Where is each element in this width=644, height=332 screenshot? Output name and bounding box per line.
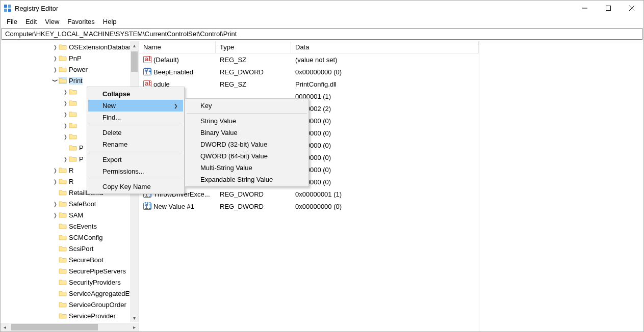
header-name[interactable]: Name <box>139 41 216 53</box>
ctx-delete[interactable]: Delete <box>88 127 183 139</box>
tree-item[interactable]: OSExtensionDatabase <box>1 41 139 52</box>
scroll-up-icon[interactable]: ▴ <box>130 41 139 50</box>
tree-chevron-icon[interactable] <box>51 54 59 62</box>
tree-chevron-icon[interactable] <box>51 167 59 174</box>
tree-chevron-icon[interactable] <box>62 133 69 140</box>
tree-chevron-icon[interactable] <box>51 77 59 84</box>
tree-chevron-icon[interactable] <box>51 43 59 50</box>
ctx-new-qword[interactable]: QWORD (64-bit) Value <box>186 150 307 162</box>
value-row[interactable]: BeepEnabledREG_DWORD0x00000000 (0) <box>139 66 479 78</box>
tree-item[interactable]: PnP <box>1 52 139 64</box>
tree-chevron-icon[interactable] <box>51 178 59 185</box>
close-button[interactable] <box>620 1 643 16</box>
ctx-collapse[interactable]: Collapse <box>88 88 183 100</box>
value-type: REG_DWORD <box>216 203 291 210</box>
minimize-button[interactable] <box>573 1 597 16</box>
tree-item[interactable]: SafeBoot <box>1 198 139 209</box>
ctx-permissions[interactable]: Permissions... <box>88 165 183 177</box>
values-header: Name Type Data <box>139 41 479 53</box>
folder-icon <box>59 234 67 241</box>
folder-icon <box>59 200 67 207</box>
ctx-new-string[interactable]: String Value <box>186 115 307 127</box>
ctx-new-dword[interactable]: DWORD (32-bit) Value <box>186 139 307 150</box>
ctx-copykeyname[interactable]: Copy Key Name <box>88 181 183 192</box>
value-data: PrintConfig.dll <box>291 80 479 88</box>
menu-favorites[interactable]: Favorites <box>63 17 98 26</box>
maximize-button[interactable] <box>597 1 620 16</box>
tree-item-label: ScEvents <box>69 223 97 230</box>
tree-item[interactable]: ServiceAggregatedEvents <box>1 288 139 299</box>
menu-help[interactable]: Help <box>99 17 121 26</box>
folder-icon <box>59 77 67 84</box>
tree-item-label: SAM <box>69 211 83 219</box>
tree-item[interactable]: ServiceGroupOrder <box>1 299 139 310</box>
value-data: 0x00000001 (1) <box>291 190 479 198</box>
tree-item[interactable]: SAM <box>1 209 139 220</box>
address-bar[interactable]: Computer\HKEY_LOCAL_MACHINE\SYSTEM\Curre… <box>2 28 642 40</box>
value-row[interactable]: oduleREG_SZPrintConfig.dll <box>139 78 479 90</box>
value-data: 0000000 (0) <box>291 129 479 137</box>
tree-item-label: SecurityProviders <box>69 279 121 286</box>
value-row[interactable]: New Value #1REG_DWORD0x00000000 (0) <box>139 200 479 212</box>
value-data: 0000000 (0) <box>291 166 479 174</box>
folder-icon <box>59 290 67 297</box>
tree-item[interactable]: SecurePipeServers <box>1 265 139 276</box>
tree-chevron-icon[interactable] <box>51 211 59 218</box>
binary-value-icon <box>143 68 151 76</box>
folder-icon <box>59 312 67 319</box>
tree-chevron-icon[interactable] <box>62 99 69 106</box>
ctx-new-expandstring[interactable]: Expandable String Value <box>186 174 307 185</box>
folder-icon <box>69 122 77 129</box>
tree-item[interactable]: ScEvents <box>1 220 139 232</box>
tree-item[interactable]: Print <box>1 75 139 86</box>
ctx-find[interactable]: Find... <box>88 112 183 123</box>
tree-item[interactable]: ServiceProvider <box>1 310 139 321</box>
folder-icon <box>59 66 67 73</box>
binary-value-icon <box>143 202 151 210</box>
tree-chevron-icon[interactable] <box>62 88 69 95</box>
header-data[interactable]: Data <box>291 41 479 53</box>
tree-item[interactable]: SecureBoot <box>1 254 139 265</box>
tree-chevron-icon[interactable] <box>62 110 69 118</box>
hscroll-thumb[interactable] <box>11 324 98 330</box>
tree-item-label: Print <box>69 77 83 85</box>
tree-item-label: SafeBoot <box>69 200 96 208</box>
ctx-sep <box>187 113 307 114</box>
tree-item[interactable]: SecurityProviders <box>1 276 139 288</box>
header-type[interactable]: Type <box>216 41 291 53</box>
scroll-left-icon[interactable]: ◂ <box>1 324 9 330</box>
ctx-rename[interactable]: Rename <box>88 139 183 150</box>
value-name: (Default) <box>153 56 179 64</box>
ctx-new-binary[interactable]: Binary Value <box>186 127 307 139</box>
titlebar: Registry Editor <box>1 1 643 16</box>
ctx-export[interactable]: Export <box>88 154 183 165</box>
context-submenu-new: Key String Value Binary Value DWORD (32-… <box>185 98 309 187</box>
menu-file[interactable]: File <box>3 17 21 26</box>
scroll-thumb[interactable] <box>131 51 138 72</box>
tree-item[interactable]: ScsiPort <box>1 243 139 254</box>
ctx-new-multistring[interactable]: Multi-String Value <box>186 162 307 174</box>
tree-item-label: R <box>69 178 73 185</box>
scroll-right-icon[interactable]: ▸ <box>130 324 139 330</box>
scroll-down-icon[interactable]: ▾ <box>130 314 139 322</box>
tree-hscroll[interactable]: ◂ ▸ <box>1 323 139 331</box>
menu-edit[interactable]: Edit <box>21 17 41 26</box>
menu-view[interactable]: View <box>41 17 63 26</box>
folder-icon <box>59 301 67 308</box>
value-row[interactable]: ThrowDriverExce...REG_DWORD0x00000001 (1… <box>139 188 479 200</box>
value-type: REG_SZ <box>216 56 291 64</box>
tree-chevron-icon[interactable] <box>51 200 59 207</box>
tree-item[interactable]: Power <box>1 64 139 75</box>
tree-chevron-icon[interactable] <box>62 155 69 162</box>
folder-icon <box>59 189 67 196</box>
ctx-new[interactable]: New <box>88 100 183 112</box>
tree-item[interactable]: SCMConfig <box>1 232 139 243</box>
tree-item-label: ServiceGroupOrder <box>69 301 126 309</box>
folder-icon <box>59 223 67 230</box>
svg-rect-10 <box>606 6 611 11</box>
tree-chevron-icon[interactable] <box>62 122 69 129</box>
value-row[interactable]: (Default)REG_SZ(value not set) <box>139 53 479 66</box>
ctx-new-key[interactable]: Key <box>186 100 307 112</box>
folder-icon <box>59 267 67 274</box>
tree-chevron-icon[interactable] <box>51 66 59 73</box>
